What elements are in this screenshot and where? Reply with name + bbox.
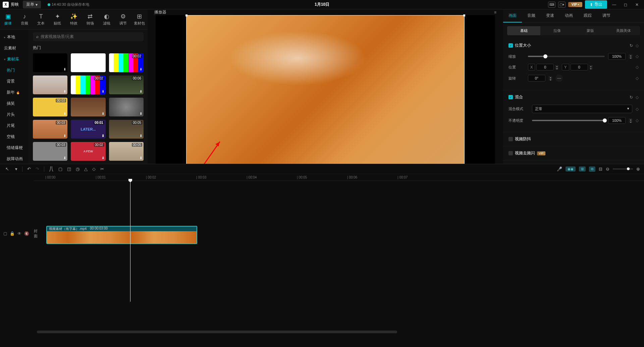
zoom-out[interactable]: ⊖ [606,166,609,171]
video-clip[interactable]: 视频素材（有字幕）.mp4 00:00:03:00 [46,226,197,244]
vip-badge[interactable]: VIP • [568,2,582,7]
split-tool[interactable]: ⎠⎝ [49,166,54,171]
media-thumb[interactable]: 00:02A FEW⬇ [71,142,105,161]
media-thumb[interactable]: 00:03⬇ [33,120,67,139]
sub-tab[interactable]: 美颜美体 [607,26,640,35]
select-tool[interactable]: ↖ [4,166,10,172]
subcat-item[interactable]: 热门 [0,65,29,76]
preview-viewport[interactable] [156,15,495,172]
zoom-slider[interactable] [613,168,633,169]
magnet-link[interactable]: ⧉ [589,166,595,172]
download-icon[interactable]: ⬇ [102,90,104,93]
layout-icon[interactable]: ▢▾ [558,2,566,8]
rotate-tool[interactable]: ◇ [92,166,96,171]
export-button[interactable]: ⬆ 导出 [585,0,607,9]
magnet-auto[interactable]: ⊞ [579,166,586,171]
sub-tab[interactable]: 拉像 [540,26,574,35]
tool-tab-0[interactable]: ▣媒体 [0,9,16,29]
pos-x[interactable]: 0 [536,64,554,70]
cat-local[interactable]: ▸本地 [0,32,29,43]
media-thumb[interactable]: ⬇ [71,98,105,116]
opacity-keyframe[interactable]: ◇ [636,118,639,123]
media-thumb[interactable]: 00:02⬇ [109,53,144,72]
preview-menu-icon[interactable]: ≡ [494,10,496,15]
shortcut-icon[interactable]: ⌨ [548,2,555,8]
antishake-checkbox[interactable] [508,137,513,141]
subcat-item[interactable]: 背景 [0,76,29,87]
mic-icon[interactable]: 🎤 [557,166,562,171]
track-lock-icon[interactable]: 🔒 [10,231,15,236]
rotate-keyframe[interactable]: ◇ [636,76,639,81]
right-tab[interactable]: 音频 [522,9,541,22]
download-icon[interactable]: ⬇ [102,67,104,71]
blend-checkbox[interactable]: ✓ [508,95,513,99]
download-icon[interactable]: ⬇ [63,156,66,160]
posy-spinner[interactable]: ▴▾ [589,65,593,69]
right-tab[interactable]: 动画 [559,9,578,22]
opacity-slider[interactable] [532,120,605,121]
media-thumb[interactable]: ⬇ [71,53,105,72]
posx-spinner[interactable]: ▴▾ [555,65,558,69]
tool-tab-1[interactable]: ♪音频 [16,9,33,29]
tool-tab-5[interactable]: ⇄转场 [82,9,98,29]
download-icon[interactable]: ⬇ [63,112,66,115]
opacity-value[interactable]: 100% [608,117,626,124]
cat-library[interactable]: ▾素材库 [0,54,29,65]
timeline-scrollbar[interactable] [37,331,637,333]
select-dropdown[interactable]: ▾ [15,166,17,171]
track-collapse-icon[interactable]: ▢ [3,231,7,236]
media-thumb[interactable]: 00:05⬇ [109,120,144,139]
media-thumb[interactable]: 00:01LATER...⬇ [71,120,105,139]
subcat-item[interactable]: 片尾 [0,120,29,131]
download-icon[interactable]: ⬇ [102,134,104,138]
scale-keyframe[interactable]: ◇ [636,54,639,59]
opacity-spinner[interactable]: ▴▾ [629,118,632,123]
sub-tab[interactable]: 蒙版 [574,26,607,35]
resize-handle-tl[interactable] [185,14,187,16]
subcat-item[interactable]: 空镜 [0,131,29,142]
track-mute-icon[interactable]: 🔇 [24,231,29,236]
minimize-button[interactable]: — [610,1,619,8]
scale-slider[interactable] [528,56,605,57]
subcat-item[interactable]: 故障动画 [0,153,29,164]
subcat-item[interactable]: 新年 🔥 [0,87,29,98]
mirror-tool[interactable]: △ [84,166,88,171]
tool-tab-4[interactable]: ✨特效 [66,9,82,29]
keyframe-icon[interactable]: ◇ [636,43,639,48]
download-icon[interactable]: ⬇ [140,90,142,93]
media-thumb[interactable]: 00:05⬇ [109,142,144,161]
maximize-button[interactable]: ◻ [621,1,630,8]
media-thumb[interactable]: ⬇ [33,76,67,94]
deflicker-checkbox[interactable] [508,151,513,155]
tool-tab-6[interactable]: ◐滤镜 [98,9,115,29]
media-thumb[interactable]: 00:06⬇ [109,76,144,94]
download-icon[interactable]: ⬇ [63,67,66,71]
zoom-in[interactable]: ⊕ [636,166,640,171]
download-icon[interactable]: ⬇ [140,67,142,71]
possize-checkbox[interactable]: ✓ [508,43,513,48]
tool-tab-7[interactable]: ⚙调节 [115,9,131,29]
tool-tab-3[interactable]: ✦贴纸 [49,9,66,29]
cover-label[interactable]: 封面 [32,228,40,239]
media-thumb[interactable]: 00:03⬇ [33,142,67,161]
tool-tab-8[interactable]: ⊞素材包 [131,9,148,29]
sub-tab[interactable]: 基础 [507,26,540,35]
speed-tool[interactable]: ◷ [76,166,79,171]
scale-spinner[interactable]: ▴▾ [629,54,632,59]
rotate-spinner[interactable]: ▴▾ [549,76,552,81]
download-icon[interactable]: ⬇ [140,156,142,160]
download-icon[interactable]: ⬇ [102,156,104,160]
crop-tool[interactable]: ◫ [67,166,71,171]
magnet-main[interactable]: ◉◉ [566,166,576,171]
subcat-item[interactable]: 片头 [0,109,29,120]
blendmode-keyframe[interactable]: ◇ [636,107,639,111]
reset-icon[interactable]: ↻ [630,43,633,48]
download-icon[interactable]: ⬇ [63,134,66,138]
download-icon[interactable]: ⬇ [102,112,104,115]
media-thumb[interactable]: ⬇ [33,53,67,72]
tool-tab-2[interactable]: T文本 [33,9,49,29]
blend-reset-icon[interactable]: ↻ [630,95,633,100]
preview-line[interactable]: ⊟ [599,166,602,171]
download-icon[interactable]: ⬇ [140,134,142,138]
blend-keyframe-icon[interactable]: ◇ [636,95,639,100]
